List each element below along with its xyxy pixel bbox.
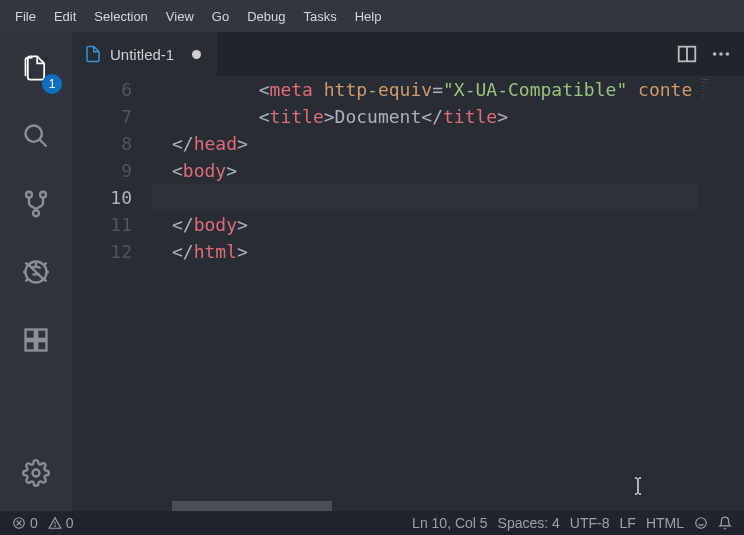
status-language[interactable]: HTML [646, 515, 684, 531]
dirty-indicator-icon [192, 50, 201, 59]
svg-point-2 [26, 192, 32, 198]
svg-line-1 [40, 140, 47, 147]
warning-count: 0 [66, 515, 74, 531]
svg-point-14 [713, 52, 717, 56]
code-line[interactable]: </head> [172, 130, 744, 157]
line-number: 7 [72, 103, 132, 130]
error-count: 0 [30, 515, 38, 531]
debug-icon[interactable] [12, 248, 60, 296]
status-encoding[interactable]: UTF-8 [570, 515, 610, 531]
explorer-icon[interactable]: 1 [12, 44, 60, 92]
menu-go[interactable]: Go [203, 5, 238, 28]
svg-point-22 [696, 518, 707, 529]
status-eol[interactable]: LF [620, 515, 636, 531]
line-number: 6 [72, 76, 132, 103]
code-line[interactable]: </body> [172, 211, 744, 238]
svg-point-0 [26, 126, 42, 142]
extensions-icon[interactable] [12, 316, 60, 364]
status-errors[interactable]: 0 [12, 515, 38, 531]
search-icon[interactable] [12, 112, 60, 160]
editor[interactable]: 6789101112 <meta http-equiv="X-UA-Compat… [72, 76, 744, 511]
error-icon [12, 516, 26, 530]
menu-file[interactable]: File [6, 5, 45, 28]
status-cursor-position[interactable]: Ln 10, Col 5 [412, 515, 488, 531]
feedback-icon[interactable] [694, 516, 708, 530]
menu-selection[interactable]: Selection [85, 5, 156, 28]
svg-point-4 [33, 210, 39, 216]
line-number: 11 [72, 211, 132, 238]
code-content[interactable]: <meta http-equiv="X-UA-Compatible" conte… [152, 76, 744, 511]
settings-icon[interactable] [12, 449, 60, 497]
main: 1 Untitled-1 [0, 32, 744, 511]
split-editor-icon[interactable] [676, 43, 698, 65]
explorer-badge: 1 [42, 74, 62, 94]
svg-point-16 [726, 52, 730, 56]
code-line[interactable]: </html> [172, 238, 744, 265]
activity-bar: 1 [0, 32, 72, 511]
horizontal-scrollbar[interactable] [172, 501, 332, 511]
svg-point-21 [55, 526, 56, 527]
svg-rect-9 [37, 341, 46, 350]
tab-untitled-1[interactable]: Untitled-1 [72, 32, 217, 76]
line-number: 9 [72, 157, 132, 184]
line-number: 12 [72, 238, 132, 265]
source-control-icon[interactable] [12, 180, 60, 228]
svg-point-15 [719, 52, 723, 56]
svg-rect-10 [37, 330, 46, 339]
warning-icon [48, 516, 62, 530]
code-line[interactable] [172, 184, 744, 211]
line-number: 10 [72, 184, 132, 211]
file-icon [84, 45, 102, 63]
svg-point-11 [33, 470, 40, 477]
menu-bar: FileEditSelectionViewGoDebugTasksHelp [0, 0, 744, 32]
menu-view[interactable]: View [157, 5, 203, 28]
more-actions-icon[interactable] [710, 43, 732, 65]
minimap-content: ▬▬▬▬▬▬▬▬▬▬▬▬▬▬▬▬▬▬▬ [700, 76, 744, 101]
notifications-icon[interactable] [718, 516, 732, 530]
minimap[interactable]: ▬▬▬▬▬▬▬▬▬▬▬▬▬▬▬▬▬▬▬ [700, 76, 744, 511]
menu-edit[interactable]: Edit [45, 5, 85, 28]
svg-point-3 [40, 192, 46, 198]
status-warnings[interactable]: 0 [48, 515, 74, 531]
menu-tasks[interactable]: Tasks [294, 5, 345, 28]
tab-label: Untitled-1 [110, 46, 174, 63]
code-line[interactable]: <title>Document</title> [172, 103, 744, 130]
menu-debug[interactable]: Debug [238, 5, 294, 28]
editor-area: Untitled-1 6789101112 <meta http-equiv="… [72, 32, 744, 511]
line-number-gutter: 6789101112 [72, 76, 152, 511]
svg-rect-7 [26, 330, 35, 339]
status-bar: 0 0 Ln 10, Col 5 Spaces: 4 UTF-8 LF HTML [0, 511, 744, 535]
svg-rect-8 [26, 341, 35, 350]
tab-bar: Untitled-1 [72, 32, 744, 76]
code-line[interactable]: <body> [172, 157, 744, 184]
menu-help[interactable]: Help [346, 5, 391, 28]
code-line[interactable]: <meta http-equiv="X-UA-Compatible" conte [172, 76, 744, 103]
status-indentation[interactable]: Spaces: 4 [498, 515, 560, 531]
line-number: 8 [72, 130, 132, 157]
